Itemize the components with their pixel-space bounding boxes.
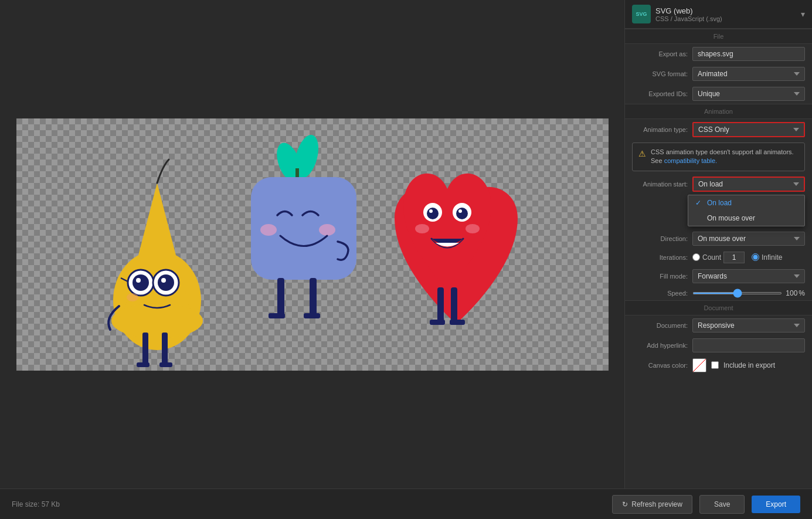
exported-ids-row: Exported IDs: Unique Inkscape [625, 84, 812, 104]
canvas-area [0, 0, 624, 489]
animation-start-select[interactable]: On load On mouse over [692, 177, 805, 192]
warning-icon: ⚠ [638, 148, 646, 160]
export-as-input[interactable] [692, 47, 805, 61]
iterations-infinite-label: Infinite [762, 253, 782, 262]
document-row: Document: Responsive Fixed [625, 316, 812, 335]
dropdown-item-onmouseover[interactable]: On mouse over [688, 211, 804, 226]
add-hyperlink-row: Add hyperlink: [625, 335, 812, 355]
svg-point-11 [127, 293, 138, 301]
svg-rect-12 [142, 333, 148, 365]
iterations-infinite-radio[interactable] [752, 253, 759, 261]
direction-select[interactable]: On mouse over Normal [692, 232, 805, 246]
animation-type-select[interactable]: CSS Only SMIL JavaScript [692, 122, 805, 137]
fill-mode-label: Fill mode: [632, 273, 688, 280]
iterations-infinite-option[interactable]: Infinite [752, 253, 782, 262]
iterations-count-input[interactable] [723, 252, 745, 263]
svg-point-27 [427, 208, 439, 219]
animation-start-select-wrap: On load On mouse over [692, 177, 805, 192]
format-selector[interactable]: SVG SVG (web) CSS / JavaScript (.svg) ▾ [625, 0, 812, 29]
dropdown-item-onmouseover-label: On mouse over [707, 214, 755, 222]
direction-row: Direction: On mouse over Normal [625, 229, 812, 249]
svg-rect-13 [162, 333, 168, 365]
svg-rect-23 [310, 278, 317, 316]
svg-rect-35 [451, 287, 457, 323]
exported-ids-label: Exported IDs: [632, 90, 688, 97]
animation-start-row: Animation start: On load On mouse over [625, 174, 812, 195]
iterations-label: Iterations: [632, 254, 688, 261]
svg-point-21 [319, 224, 335, 236]
document-section-label: Document [625, 300, 812, 316]
canvas-color-row: Canvas color: Include in export [625, 355, 812, 375]
svg-rect-34 [437, 287, 444, 323]
speed-row: Speed: 100% [625, 286, 812, 300]
bottom-actions: ↻ Refresh preview Save Export [612, 495, 800, 514]
animation-start-label: Animation start: [632, 181, 688, 188]
warning-text: CSS animation type doesn't support all a… [651, 148, 799, 166]
add-hyperlink-label: Add hyperlink: [632, 342, 688, 349]
speed-number: 100 [786, 289, 797, 297]
svg-point-7 [158, 274, 174, 291]
svg-rect-15 [159, 362, 172, 367]
iterations-row: Iterations: Count Infinite [625, 249, 812, 266]
speed-label: Speed: [632, 290, 688, 297]
svg-rect-22 [277, 278, 284, 316]
animation-type-label: Animation type: [632, 126, 688, 133]
include-in-export-label: Include in export [723, 361, 775, 369]
dropdown-item-onload-label: On load [707, 199, 732, 207]
speed-slider[interactable] [692, 292, 782, 294]
svg-format-label: SVG format: [632, 70, 688, 77]
animation-start-dropdown: ✓ On load On mouse over [688, 195, 805, 226]
canvas-frame [16, 118, 609, 371]
add-hyperlink-input[interactable] [692, 338, 805, 352]
export-label: Export [766, 500, 786, 508]
export-as-label: Export as: [632, 50, 688, 57]
svg-format-row: SVG format: Animated Static [625, 64, 812, 84]
check-icon: ✓ [695, 199, 704, 207]
canvas-color-label: Canvas color: [632, 362, 688, 369]
refresh-preview-button[interactable]: ↻ Refresh preview [612, 495, 692, 514]
animation-section-label: Animation [625, 104, 812, 119]
iterations-count-label: Count [702, 253, 721, 262]
compatibility-link[interactable]: compatibility table. [664, 157, 718, 164]
export-button[interactable]: Export [752, 496, 800, 513]
iterations-count-option[interactable]: Count [692, 252, 745, 263]
svg-rect-24 [269, 313, 285, 318]
file-section-label: File [625, 29, 812, 44]
format-chevron-icon: ▾ [801, 9, 805, 19]
svg-point-5 [136, 278, 141, 283]
bottom-bar: File size: 57 Kb ↻ Refresh preview Save … [0, 489, 812, 519]
svg-rect-37 [450, 320, 465, 325]
warning-box: ⚠ CSS animation type doesn't support all… [632, 143, 805, 171]
svg-point-32 [415, 224, 429, 233]
svg-rect-25 [304, 313, 320, 318]
canvas-color-swatch[interactable] [692, 358, 706, 372]
document-label: Document: [632, 322, 688, 329]
iterations-radio-group: Count Infinite [692, 252, 782, 263]
save-label: Save [714, 500, 730, 508]
svg-rect-36 [430, 320, 445, 325]
fill-mode-select[interactable]: Forwards Backwards Both None [692, 269, 805, 283]
export-as-row: Export as: [625, 44, 812, 64]
exported-ids-select[interactable]: Unique Inkscape [692, 87, 805, 101]
iterations-count-radio[interactable] [692, 253, 700, 261]
speed-value-display: 100% [786, 289, 805, 297]
format-title: SVG (web) [655, 6, 796, 15]
save-button[interactable]: Save [699, 495, 745, 514]
svg-point-28 [429, 209, 433, 213]
animation-type-row: Animation type: CSS Only SMIL JavaScript [625, 119, 812, 140]
direction-label: Direction: [632, 235, 688, 242]
svg-point-8 [161, 278, 166, 283]
format-info: SVG (web) CSS / JavaScript (.svg) [655, 6, 796, 22]
file-size-label: File size: 57 Kb [12, 500, 60, 508]
document-select[interactable]: Responsive Fixed [692, 318, 805, 333]
refresh-icon: ↻ [622, 500, 628, 508]
speed-unit: % [799, 289, 805, 297]
include-in-export-checkbox[interactable] [711, 361, 719, 369]
svg-format-icon: SVG [632, 5, 651, 23]
svg-format-select[interactable]: Animated Static [692, 67, 805, 81]
refresh-preview-label: Refresh preview [631, 500, 682, 508]
svg-point-33 [466, 224, 480, 233]
svg-point-30 [456, 208, 468, 219]
right-panel: SVG SVG (web) CSS / JavaScript (.svg) ▾ … [624, 0, 812, 489]
dropdown-item-onload[interactable]: ✓ On load [688, 195, 804, 211]
